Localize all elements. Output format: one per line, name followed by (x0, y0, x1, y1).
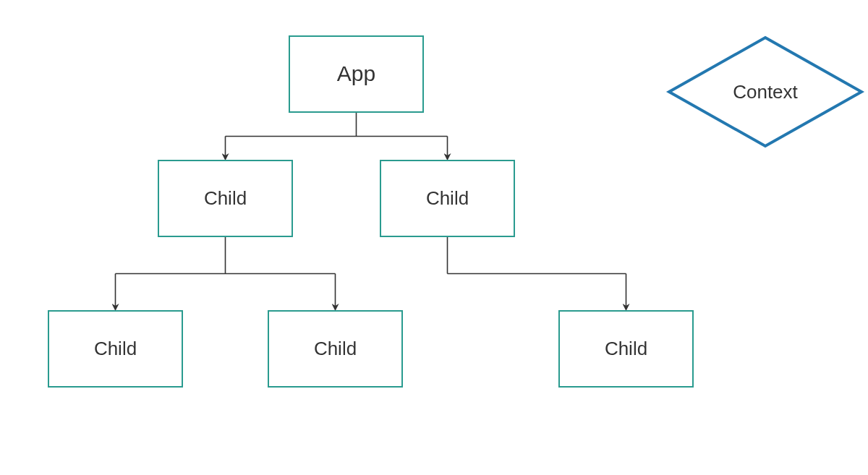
context-label: Context (733, 81, 798, 103)
node-c1: Child (158, 161, 292, 236)
node-label: App (337, 61, 375, 85)
node-label: Child (605, 338, 647, 359)
node-c2: Child (380, 161, 514, 236)
node-label: Child (426, 187, 469, 209)
diagram-canvas: AppChildChildChildChildChild Context (0, 0, 868, 475)
node-label: Child (204, 187, 247, 209)
node-app: App (289, 36, 423, 112)
node-c5: Child (559, 311, 693, 387)
node-context: Context (669, 38, 861, 146)
node-c3: Child (48, 311, 182, 387)
node-label: Child (94, 338, 137, 359)
node-c4: Child (268, 311, 402, 387)
node-label: Child (314, 338, 357, 359)
